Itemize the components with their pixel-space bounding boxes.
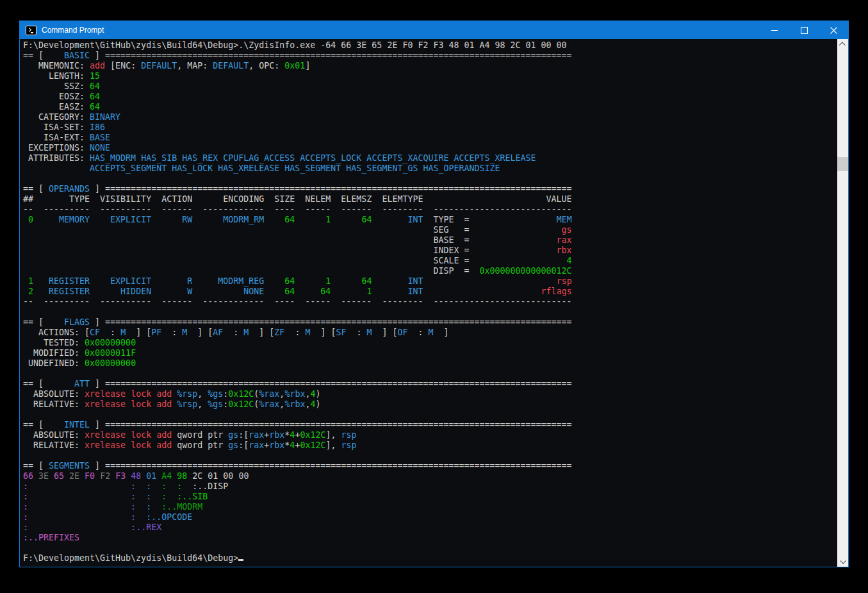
text-run: M [429,328,434,337]
terminal-line [23,307,837,317]
text-run: ) [315,389,320,399]
text-run: rbx [557,246,572,255]
text-run: == [ [23,461,49,471]
terminal-line: 2 REGISTER HIDDEN W NONE 64 64 1 INT rfl… [23,287,837,297]
terminal-line [23,369,837,379]
terminal-line [23,451,837,461]
terminal-line: ABSOLUTE: xrelease lock add %rsp, %gs:0x… [23,389,837,399]
terminal-window: Command Prompt F:\Development\GitHub\zyd… [19,21,849,567]
text-run: : [23,502,28,512]
maximize-button[interactable] [789,21,819,39]
terminal-line: :..PREFIXES [23,533,837,543]
text-run: ] ======================================… [90,420,572,430]
text-run: A4 [156,471,172,481]
scroll-down-button[interactable] [837,556,848,567]
maximize-icon [801,27,808,34]
text-run: ACCEPTS_SEGMENT HAS_LOCK HAS_XRELEASE HA… [90,163,500,173]
text-run: 64 [295,287,331,296]
scrollbar-thumb[interactable] [837,157,848,171]
title-bar[interactable]: Command Prompt [20,21,848,39]
text-run: %rbx [284,389,305,399]
terminal-line: DISP = 0x000000000000012C [23,266,837,276]
console-output[interactable]: F:\Development\GitHub\zydis\Build64\Debu… [20,39,837,567]
text-run: %gs [208,399,223,409]
minimize-button[interactable] [760,21,789,39]
vertical-scrollbar[interactable] [837,39,848,567]
text-run: ## TYPE VISIBILITY ACTION ENCODING SIZE … [23,194,572,204]
text-run: 01 [141,471,156,481]
text-run: 3E [33,471,49,481]
terminal-line: BASE = rax [23,235,837,246]
text-run: ] [ [126,328,151,337]
text-run: rbx [269,430,284,440]
text-run: 1 [295,215,331,224]
text-run: :[ [238,430,249,440]
text-run: ABSOLUTE: [23,389,85,399]
text-run: RW [151,215,192,224]
text-run: BASIC [64,51,90,60]
text-run: SEG = [23,225,562,235]
text-run: qword ptr [172,440,228,450]
terminal-line: RELATIVE: xrelease lock add %rsp, %gs:0x… [23,399,837,410]
text-cursor [238,559,243,561]
text-run: rsp [557,276,572,286]
terminal-line: : : : : : :..DISP [23,481,837,492]
text-run: ISA-EXT: [23,133,90,142]
text-run: I86 [90,122,105,132]
text-run: 0x00000000 [85,358,136,368]
text-run: REGISTER [33,276,90,286]
text-run: :..OPCODE [136,512,192,522]
text-run: : [100,328,120,337]
text-run: DEFAULT [141,61,177,71]
text-run: ] [434,328,449,337]
window-content: F:\Development\GitHub\zydis\Build64\Debu… [20,39,848,567]
close-button[interactable] [819,21,848,39]
terminal-line: LENGTH: 15 [23,71,837,81]
text-run: : [151,481,167,491]
terminal-line: EOSZ: 64 [23,92,837,102]
text-run: %rbx [284,399,305,409]
text-run: 1 [23,276,33,286]
text-run: MNEMONIC: [23,61,90,71]
text-run: NONE [192,287,264,296]
text-run: ATTRIBUTES: [23,153,90,163]
text-run: ] [305,61,310,71]
text-run: 64 [264,215,295,224]
terminal-line: : : : :..MODRM [23,502,837,512]
terminal-line: F:\Development\GitHub\zydis\Build64\Debu… [23,553,837,564]
scroll-up-button[interactable] [837,39,848,50]
window-controls [760,21,848,39]
text-run [172,389,177,399]
text-run: HIDDEN [90,287,151,296]
text-run: %rax [259,389,279,399]
terminal-line: CATEGORY: BINARY [23,112,837,122]
terminal-line: : : : : :..SIB [23,492,837,502]
text-run: :..REX [28,522,161,532]
text-run: ] ======================================… [90,51,572,60]
text-run: 0x000000000000012C [479,266,571,276]
text-run: INT [372,287,423,296]
text-run: %rsp [177,399,197,409]
text-run: 0x12C [228,399,254,409]
terminal-line: : : :..OPCODE [23,512,837,522]
text-run: ACTIONS: [ [23,328,90,337]
text-run: gs [562,225,572,235]
terminal-line: RELATIVE: xrelease lock add qword ptr gs… [23,440,837,451]
text-run: R [151,276,192,286]
text-run: == [ [23,420,64,430]
terminal-line [23,543,837,553]
cmd-icon[interactable] [26,26,37,35]
text-run: SF [336,328,346,337]
terminal-line: MNEMONIC: add [ENC: DEFAULT, MAP: DEFAUL… [23,61,837,71]
text-run: : [28,502,136,512]
text-run [172,399,177,409]
desktop-background: Command Prompt F:\Development\GitHub\zyd… [0,0,868,593]
terminal-line: MODIFIED: 0x0000011F [23,348,837,358]
text-run: rax [249,440,264,450]
terminal-line: == [ FLAGS ] ===========================… [23,317,837,328]
text-run: xrelease lock add [85,440,172,450]
text-run: F2 [95,471,110,481]
text-run: EXCEPTIONS: [23,143,90,153]
text-run: :[ [238,440,249,450]
text-run: == [ [23,317,64,327]
